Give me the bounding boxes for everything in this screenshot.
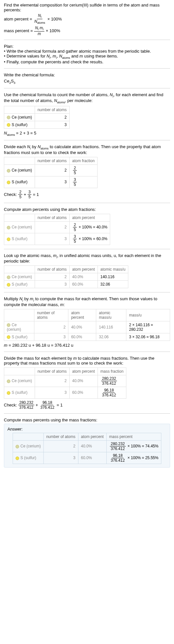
molecular-mass-table: number of atomsatom percentatomic mass/u… [4,309,170,341]
table-row: Ce (cerium) 2 25 [4,164,98,176]
plan-section: Plan: • Write the chemical formula and g… [4,44,170,64]
mass-fractions-section: Divide the mass for each element by m to… [4,356,170,409]
answer-table: number of atomsatom percentmass percent … [13,433,161,464]
sulfur-dot-icon [7,181,10,184]
answer-box: Answer: number of atomsatom percentmass … [4,424,170,468]
cerium-dot-icon [7,116,10,119]
molecular-mass-total: m = 280.232 u + 96.18 u = 376.412 u [4,343,170,348]
table-row: Ce (cerium) 2 40.0% 140.116 2 × 140.116 … [4,321,170,333]
table-row: S (sulfur) 3 60.0% 32.06 3 × 32.06 = 96.… [4,333,170,341]
cerium-dot-icon [7,323,10,327]
atom-fractions-check: Check: 25 + 35 = 1 [4,190,170,199]
mass-fractions-table: number of atomsatom percentmass fraction… [4,367,126,399]
table-row: S (sulfur) 3 60.0% 96.18376.412 [4,387,126,398]
table-row: S (sulfur) 3 60.0% 96.18376.412 × 100% =… [13,452,161,464]
table-row: Ce (cerium) 2 40.0% 280.232376.412 [4,375,126,387]
table-row: S (sulfur)3 [4,121,70,128]
table-row: Ce (cerium) 2 40.0% 140.116 [4,273,128,281]
answer-title: Answer: [7,427,167,431]
cerium-dot-icon [7,380,10,383]
chemical-formula-title: Write the chemical formula: [4,72,170,77]
intro-section: Find the elemental composition for ceriu… [4,3,170,36]
atomic-mass-table: number of atomsatom percentatomic mass/u… [4,265,128,288]
count-atoms-table: number of atoms Ce (cerium)2 S (sulfur)3 [4,106,70,129]
mass-percents-section: Compute mass percents using the mass fra… [4,418,170,422]
table-row: Ce (cerium)2 [4,113,70,121]
atom-fractions-section: Divide each Ni by Natoms to calculate at… [4,144,170,199]
mass-percent-formula: mass percent = Ni mi m × 100% [4,26,170,36]
cerium-dot-icon [7,226,10,229]
cerium-dot-icon [16,445,19,448]
atoms-total: Natoms = 2 + 3 = 5 [4,131,170,136]
sulfur-dot-icon [7,391,10,395]
sulfur-dot-icon [7,283,10,287]
plan-bullet-1: • Write the chemical formula and gather … [4,49,170,54]
atomic-mass-section: Look up the atomic mass, mi, in unified … [4,253,170,289]
atom-fractions-table: number of atomsatom fraction Ce (cerium)… [4,157,98,188]
plan-title: Plan: [4,44,170,49]
atom-percent-formula: atom percent = Ni Natoms × 100% [4,14,170,25]
sulfur-dot-icon [16,457,19,460]
table-row: Ce (cerium) 2 40.0% 280.232376.412 × 100… [13,440,161,452]
intro-text: Find the elemental composition for ceriu… [4,3,170,12]
table-row: S (sulfur) 3 60.0% 32.06 [4,281,128,288]
cerium-dot-icon [7,169,10,173]
cerium-dot-icon [7,276,10,279]
sulfur-dot-icon [7,335,10,339]
sulfur-dot-icon [7,123,10,127]
sulfur-dot-icon [7,238,10,241]
atom-percents-table: number of atomsatom percent Ce (cerium) … [4,214,110,245]
count-atoms-section: Use the chemical formula to count the nu… [4,92,170,136]
plan-bullet-3: • Finally, compute the percents and chec… [4,59,170,64]
molecular-mass-section: Multiply Ni by mi to compute the mass fo… [4,296,170,348]
plan-bullet-2: • Determine values for Ni, mi, Natoms an… [4,54,170,59]
table-row: Ce (cerium) 2 25 × 100% = 40.0% [4,221,110,233]
atom-percents-section: Compute atom percents using the atom fra… [4,207,170,245]
chemical-formula-section: Write the chemical formula: Ce2S3 [4,72,170,84]
chemical-formula: Ce2S3 [4,79,170,84]
table-row: S (sulfur) 3 35 [4,176,98,188]
mass-fractions-check: Check: 280.232376.412 + 96.18376.412 = 1 [4,401,170,409]
table-row: S (sulfur) 3 35 × 100% = 60.0% [4,233,110,245]
